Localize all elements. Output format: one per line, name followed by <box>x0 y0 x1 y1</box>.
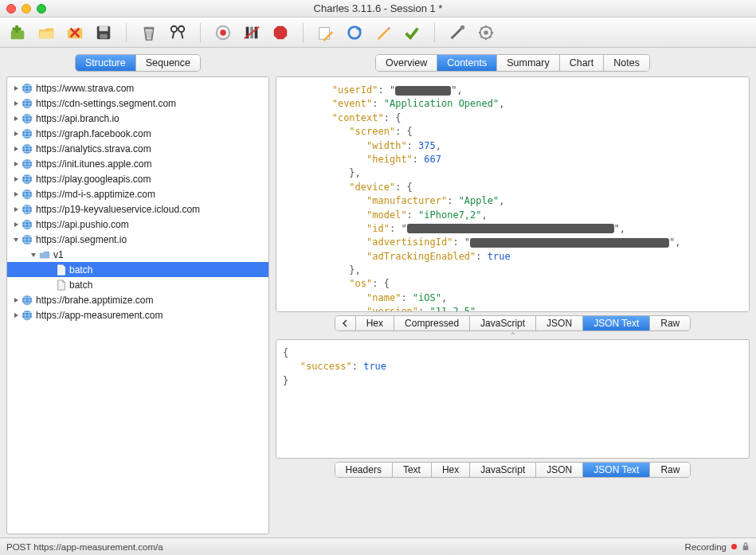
detail-tabs: OverviewContentsSummaryChartNotes <box>375 54 650 72</box>
detail-tab-notes[interactable]: Notes <box>604 55 649 71</box>
response-tab-raw[interactable]: Raw <box>650 463 690 477</box>
separator <box>303 23 304 42</box>
request-tab-javascript[interactable]: JavaScript <box>470 316 536 330</box>
find-button[interactable] <box>168 23 187 42</box>
disclosure-right-icon[interactable] <box>12 130 20 138</box>
detail-tab-contents[interactable]: Contents <box>437 55 497 71</box>
tree-item[interactable]: https://analytics.strava.com <box>7 141 268 156</box>
record-button[interactable] <box>213 23 233 42</box>
separator <box>126 23 127 42</box>
svg-point-7 <box>171 25 177 31</box>
edit-button[interactable] <box>374 23 393 42</box>
disclosure-right-icon[interactable] <box>12 145 20 153</box>
disclosure-right-icon[interactable] <box>12 100 20 107</box>
tree-item-label: https://brahe.apptimize.com <box>36 295 153 306</box>
tree-item-label: https://play.googleapis.com <box>36 174 151 185</box>
request-tab-hex[interactable]: Hex <box>356 316 394 330</box>
throttle-button[interactable] <box>242 23 261 42</box>
pane-divider[interactable]: ⌃ <box>276 331 750 339</box>
tree-item[interactable]: https://init.itunes.apple.com <box>7 156 268 171</box>
statusbar: POST https://app-measurement.com/a Recor… <box>0 537 756 555</box>
settings-button[interactable] <box>476 23 496 42</box>
svg-rect-6 <box>144 26 155 29</box>
close-session-button[interactable] <box>65 23 84 42</box>
request-tab-json[interactable]: JSON <box>536 316 583 330</box>
add-button[interactable] <box>8 23 27 42</box>
tree-item-label: https://md-i-s.apptimize.com <box>36 189 155 200</box>
repeat-button[interactable] <box>345 23 364 42</box>
validate-button[interactable] <box>402 23 421 42</box>
tree-item[interactable]: https://api.branch.io <box>7 111 268 126</box>
tree-item[interactable]: https://graph.facebook.com <box>7 126 268 141</box>
request-body-view[interactable]: "userId": "", "event": "Application Open… <box>276 76 750 312</box>
disclosure-right-icon[interactable] <box>12 160 20 168</box>
svg-rect-2 <box>13 27 22 30</box>
structure-tree[interactable]: https://www.strava.comhttps://cdn-settin… <box>6 76 269 534</box>
detail-tab-chart[interactable]: Chart <box>560 55 605 71</box>
response-tab-json[interactable]: JSON <box>536 463 583 477</box>
tree-item-label: https://api.segment.io <box>36 234 127 245</box>
tree-item[interactable]: https://p19-keyvalueservice.icloud.com <box>7 201 268 217</box>
disclosure-right-icon[interactable] <box>12 221 20 229</box>
request-tab-back-button[interactable] <box>335 316 356 330</box>
recording-indicator-icon <box>731 544 737 549</box>
view-tab-sequence[interactable]: Sequence <box>136 55 200 71</box>
view-mode-tabs: StructureSequence <box>75 54 201 72</box>
tree-item[interactable]: https://brahe.apptimize.com <box>7 292 268 307</box>
response-tab-javascript[interactable]: JavaScript <box>470 463 536 477</box>
disclosure-right-icon[interactable] <box>12 84 20 92</box>
tree-item[interactable]: https://md-i-s.apptimize.com <box>7 186 268 201</box>
open-button[interactable] <box>37 23 56 42</box>
svg-point-18 <box>460 25 465 29</box>
request-tab-raw[interactable]: Raw <box>650 316 690 330</box>
tree-item[interactable]: https://cdn-settings.segment.com <box>7 96 268 111</box>
disclosure-right-icon[interactable] <box>12 311 20 319</box>
tree-item-label: v1 <box>53 249 64 260</box>
tree-item[interactable]: batch <box>7 277 268 292</box>
tree-item[interactable]: https://api.pushio.com <box>7 217 268 232</box>
tree-item[interactable]: https://api.segment.io <box>7 232 268 247</box>
titlebar: Charles 3.11.6 - Session 1 * <box>0 0 756 18</box>
disclosure-right-icon[interactable] <box>12 296 20 304</box>
disclosure-right-icon[interactable] <box>12 205 20 213</box>
disclosure-right-icon[interactable] <box>12 175 20 183</box>
request-tab-json-text[interactable]: JSON Text <box>583 316 650 330</box>
response-body-view[interactable]: { "success": true} <box>276 339 750 459</box>
svg-point-8 <box>178 25 184 31</box>
disclosure-right-icon[interactable] <box>12 190 20 198</box>
response-tab-headers[interactable]: Headers <box>335 463 393 477</box>
save-button[interactable] <box>94 23 113 42</box>
tree-item[interactable]: https://play.googleapis.com <box>7 171 268 186</box>
response-tab-text[interactable]: Text <box>393 463 432 477</box>
disclosure-right-icon[interactable] <box>12 115 20 123</box>
stop-button[interactable] <box>271 23 290 42</box>
tree-item-label: https://api.branch.io <box>36 113 119 124</box>
response-tab-json-text[interactable]: JSON Text <box>583 463 650 477</box>
tree-item-label: https://www.strava.com <box>36 83 134 94</box>
svg-rect-4 <box>100 25 108 30</box>
compose-button[interactable] <box>316 23 335 42</box>
response-tab-hex[interactable]: Hex <box>432 463 470 477</box>
disclosure-down-icon[interactable] <box>12 236 20 244</box>
svg-marker-14 <box>274 25 288 39</box>
detail-tab-overview[interactable]: Overview <box>376 55 437 71</box>
request-format-tabs: HexCompressedJavaScriptJSONJSON TextRaw <box>335 315 691 331</box>
separator <box>434 23 435 42</box>
disclosure-down-icon[interactable] <box>29 251 37 259</box>
trash-button[interactable] <box>139 23 159 42</box>
view-tab-structure[interactable]: Structure <box>76 55 136 71</box>
svg-rect-5 <box>100 33 107 38</box>
tree-item[interactable]: v1 <box>7 247 268 262</box>
right-pane: OverviewContentsSummaryChartNotes "userI… <box>276 54 750 534</box>
tree-item-label: batch <box>69 279 92 291</box>
tools-button[interactable] <box>448 23 467 42</box>
tree-item[interactable]: https://app-measurement.com <box>7 307 268 322</box>
tree-item[interactable]: batch <box>7 262 268 277</box>
request-tab-compressed[interactable]: Compressed <box>394 316 470 330</box>
detail-tab-summary[interactable]: Summary <box>497 55 559 71</box>
svg-point-10 <box>220 29 225 35</box>
tree-item-label: https://app-measurement.com <box>36 310 163 321</box>
tree-item-label: batch <box>69 264 92 276</box>
tree-item[interactable]: https://www.strava.com <box>7 80 268 96</box>
main-area: StructureSequence https://www.strava.com… <box>0 48 756 537</box>
